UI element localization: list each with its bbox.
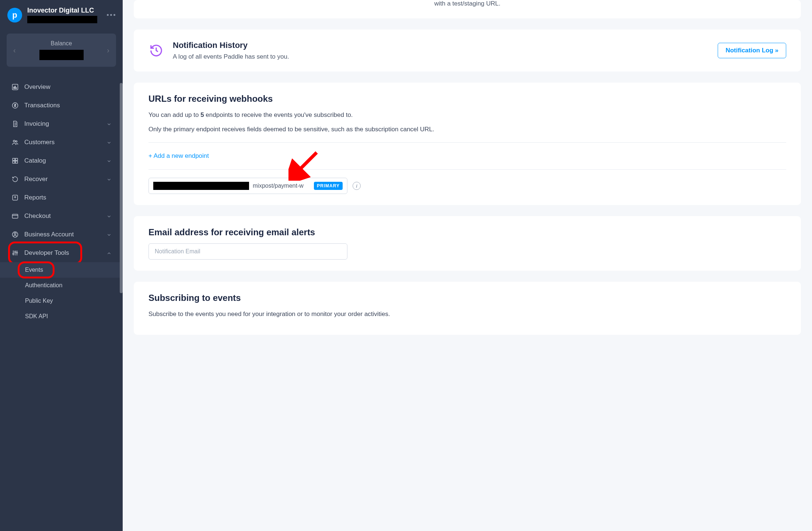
endpoint-row: mixpost/payment-w PRIMARY i — [148, 178, 786, 194]
chevron-down-icon — [106, 232, 112, 237]
svg-rect-1 — [14, 87, 14, 88]
sidebar-item-business-account[interactable]: Business Account — [0, 225, 123, 244]
primary-badge: PRIMARY — [314, 182, 343, 190]
webhooks-desc-2: Only the primary endpoint receives field… — [148, 124, 786, 134]
webhooks-title: URLs for receiving webhooks — [148, 94, 786, 104]
sliders-icon — [11, 249, 19, 257]
subnav-label: Public Key — [25, 298, 53, 304]
sidebar-header: p Inovector Digital LLC — [0, 0, 123, 30]
chevron-down-icon — [106, 214, 112, 219]
svg-rect-0 — [13, 84, 18, 90]
subnav-label: SDK API — [25, 313, 48, 319]
sidebar: p Inovector Digital LLC ‹ Balance › Over… — [0, 0, 123, 531]
sidebar-item-label: Reports — [24, 194, 112, 201]
svg-point-15 — [13, 253, 14, 254]
notification-email-input[interactable] — [148, 243, 347, 260]
invoice-icon — [11, 120, 19, 128]
sidebar-item-label: Developer Tools — [24, 249, 101, 257]
sidebar-item-catalog[interactable]: Catalog — [0, 152, 123, 170]
sidebar-item-label: Business Account — [24, 231, 101, 238]
partial-card: with a test/staging URL. — [134, 0, 801, 18]
sidebar-item-label: Overview — [24, 83, 112, 91]
svg-point-17 — [16, 252, 17, 253]
subscribe-desc: Subscribe to the events you need for you… — [148, 309, 786, 319]
svg-rect-7 — [13, 158, 15, 160]
notification-log-button[interactable]: Notification Log » — [718, 43, 786, 58]
webhooks-card: URLs for receiving webhooks You can add … — [134, 83, 801, 205]
svg-point-6 — [15, 140, 17, 142]
history-icon — [148, 43, 164, 58]
redacted-company-detail — [27, 16, 97, 23]
subscribe-card: Subscribing to events Subscribe to the e… — [134, 282, 801, 334]
add-endpoint-link[interactable]: + Add a new endpoint — [148, 151, 209, 161]
divider — [148, 142, 786, 143]
sidebar-item-customers[interactable]: Customers — [0, 133, 123, 152]
redacted-endpoint-prefix — [153, 182, 249, 190]
sidebar-item-overview[interactable]: Overview — [0, 78, 123, 96]
balance-prev-icon[interactable]: ‹ — [13, 46, 16, 55]
sidebar-item-label: Catalog — [24, 157, 101, 164]
more-icon[interactable] — [107, 14, 115, 16]
webhooks-desc-1: You can add up to 5 endpoints to receive… — [148, 110, 786, 120]
logo-icon: p — [7, 8, 22, 22]
users-icon — [11, 138, 19, 146]
balance-label: Balance — [16, 40, 107, 47]
subnav-label: Authentication — [25, 282, 62, 288]
notification-history-card: Notification History A log of all events… — [134, 30, 801, 72]
svg-rect-3 — [16, 88, 17, 89]
sidebar-item-checkout[interactable]: Checkout — [0, 207, 123, 225]
scrollbar[interactable] — [120, 83, 123, 293]
svg-point-16 — [14, 251, 15, 253]
subscribe-title: Subscribing to events — [148, 293, 786, 303]
nav: Overview Transactions Invoicing Customer… — [0, 78, 123, 332]
redacted-balance-amount — [39, 50, 84, 60]
notification-desc: A log of all events Paddle has sent to y… — [173, 53, 709, 60]
dashboard-icon — [11, 83, 19, 91]
main-content: with a test/staging URL. Notification Hi… — [123, 0, 812, 531]
subnav-item-events[interactable]: Events — [0, 262, 123, 278]
email-alerts-title: Email address for receiving email alerts — [148, 227, 786, 237]
subnav-label: Events — [25, 267, 43, 273]
chevron-down-icon — [106, 140, 112, 145]
chevron-down-icon — [106, 158, 112, 163]
person-icon — [11, 230, 19, 239]
svg-point-14 — [14, 233, 16, 235]
chevron-up-icon — [106, 250, 112, 256]
undo-icon — [11, 175, 19, 183]
endpoint-input[interactable]: mixpost/payment-w PRIMARY — [148, 178, 347, 194]
sidebar-item-label: Recover — [24, 176, 101, 183]
divider — [148, 169, 786, 170]
company-name: Inovector Digital LLC — [27, 7, 102, 14]
chevron-down-icon — [106, 121, 112, 126]
endpoint-visible-text: mixpost/payment-w — [253, 183, 304, 189]
svg-rect-10 — [15, 161, 18, 163]
email-alerts-card: Email address for receiving email alerts — [134, 216, 801, 271]
balance-card: ‹ Balance › — [7, 34, 116, 67]
sidebar-item-recover[interactable]: Recover — [0, 170, 123, 188]
info-icon[interactable]: i — [353, 182, 361, 190]
developer-tools-subnav: Events Authentication Public Key SDK API — [0, 262, 123, 324]
subnav-item-sdk-api[interactable]: SDK API — [0, 309, 123, 324]
export-icon — [11, 194, 19, 202]
card-icon — [11, 212, 19, 220]
chevron-down-icon — [106, 177, 112, 182]
sidebar-item-reports[interactable]: Reports — [0, 188, 123, 207]
sidebar-item-transactions[interactable]: Transactions — [0, 96, 123, 115]
sidebar-item-invoicing[interactable]: Invoicing — [0, 115, 123, 133]
sidebar-item-label: Checkout — [24, 212, 101, 220]
notification-title: Notification History — [173, 41, 709, 50]
subnav-item-public-key[interactable]: Public Key — [0, 293, 123, 309]
dollar-icon — [11, 101, 19, 110]
annotation-arrow — [288, 148, 322, 181]
svg-point-5 — [13, 140, 15, 142]
svg-rect-8 — [15, 158, 18, 160]
subnav-item-authentication[interactable]: Authentication — [0, 278, 123, 293]
svg-rect-12 — [13, 214, 18, 218]
svg-rect-9 — [13, 161, 15, 163]
sidebar-item-label: Invoicing — [24, 120, 101, 128]
partial-text: with a test/staging URL. — [148, 0, 786, 7]
balance-next-icon[interactable]: › — [107, 46, 109, 55]
company-info[interactable]: Inovector Digital LLC — [27, 7, 102, 23]
sidebar-item-label: Transactions — [24, 102, 112, 109]
sidebar-item-developer-tools[interactable]: Developer Tools — [0, 244, 123, 262]
